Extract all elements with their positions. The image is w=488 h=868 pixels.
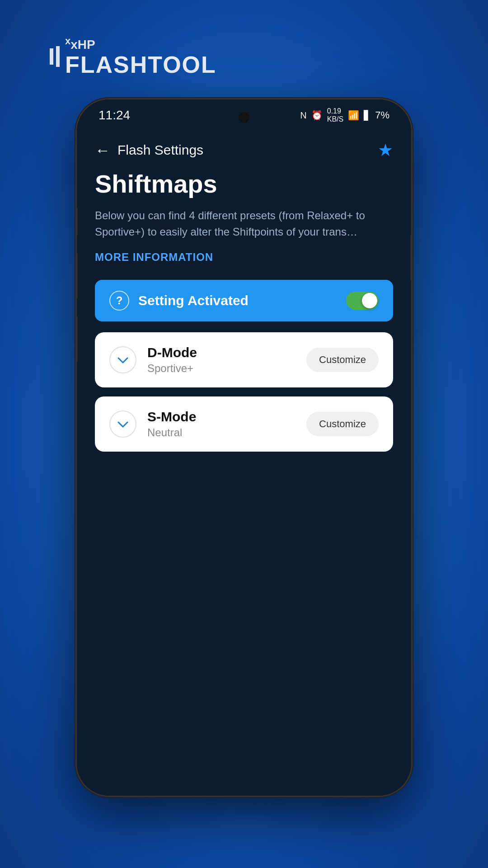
s-mode-card[interactable]: S-Mode Neutral Customize <box>95 396 393 452</box>
page-description: Below you can find 4 different presets (… <box>95 208 393 240</box>
s-mode-customize-button[interactable]: Customize <box>306 412 379 436</box>
phone-side-button <box>77 316 78 362</box>
more-information-link[interactable]: MORE INFORMATION <box>95 251 393 264</box>
phone-vol-down-button <box>77 253 78 298</box>
signal-icon: ▋ <box>364 110 371 121</box>
nfc-icon: N <box>300 110 306 121</box>
main-content: Shiftmaps Below you can find 4 different… <box>77 165 411 474</box>
logo-brand: xxHP <box>65 36 216 51</box>
phone-frame: 11:24 N ⏰ 0.19KB/S 📶 ▋ 7% ← Flash Settin… <box>77 99 411 796</box>
logo-bar-2 <box>56 46 60 67</box>
back-button[interactable]: ← Flash Settings <box>95 142 203 159</box>
d-mode-subtitle: Sportive+ <box>147 362 197 375</box>
logo-text-wrapper: xxHP FLASHTOOL <box>65 36 216 78</box>
logo-product: FLASHTOOL <box>65 51 216 78</box>
phone-camera <box>239 112 249 123</box>
setting-activated-row[interactable]: ? Setting Activated <box>95 280 393 321</box>
app-content: ← Flash Settings ★ Shiftmaps Below you c… <box>77 131 411 796</box>
logo-x: x <box>65 35 70 47</box>
help-symbol: ? <box>116 294 123 307</box>
phone-screen: 11:24 N ⏰ 0.19KB/S 📶 ▋ 7% ← Flash Settin… <box>77 99 411 796</box>
s-mode-chevron-icon <box>109 410 136 438</box>
wifi-icon: 📶 <box>348 110 359 121</box>
data-speed-icon: 0.19KB/S <box>327 107 343 123</box>
logo-area: xxHP FLASHTOOL <box>50 36 216 78</box>
d-mode-left: D-Mode Sportive+ <box>109 345 197 375</box>
status-time: 11:24 <box>99 108 130 123</box>
help-icon[interactable]: ? <box>109 291 129 311</box>
screen-title: Flash Settings <box>117 142 203 158</box>
d-mode-info: D-Mode Sportive+ <box>147 345 197 375</box>
page-title: Shiftmaps <box>95 169 393 198</box>
toggle-knob <box>362 293 377 308</box>
setting-left-group: ? Setting Activated <box>109 291 249 311</box>
top-navigation-bar: ← Flash Settings ★ <box>77 131 411 165</box>
s-mode-left: S-Mode Neutral <box>109 409 196 439</box>
logo-bars-icon <box>50 46 60 67</box>
d-mode-name: D-Mode <box>147 345 197 360</box>
phone-vol-up-button <box>77 208 78 235</box>
d-mode-chevron-icon <box>109 346 136 373</box>
back-arrow-icon: ← <box>95 142 110 159</box>
logo-bar-1 <box>50 48 53 65</box>
favorite-star-icon[interactable]: ★ <box>378 140 393 160</box>
setting-activated-label: Setting Activated <box>138 293 249 308</box>
setting-activated-toggle[interactable] <box>346 292 379 310</box>
d-mode-customize-button[interactable]: Customize <box>306 348 379 372</box>
s-mode-subtitle: Neutral <box>147 426 196 439</box>
phone-power-button <box>410 235 411 280</box>
s-mode-info: S-Mode Neutral <box>147 409 196 439</box>
alarm-icon: ⏰ <box>311 110 323 121</box>
d-mode-card[interactable]: D-Mode Sportive+ Customize <box>95 332 393 387</box>
s-mode-name: S-Mode <box>147 409 196 425</box>
status-icons: N ⏰ 0.19KB/S 📶 ▋ 7% <box>300 107 389 123</box>
battery-indicator: 7% <box>375 109 389 121</box>
logo-hp: xHP <box>70 38 95 52</box>
